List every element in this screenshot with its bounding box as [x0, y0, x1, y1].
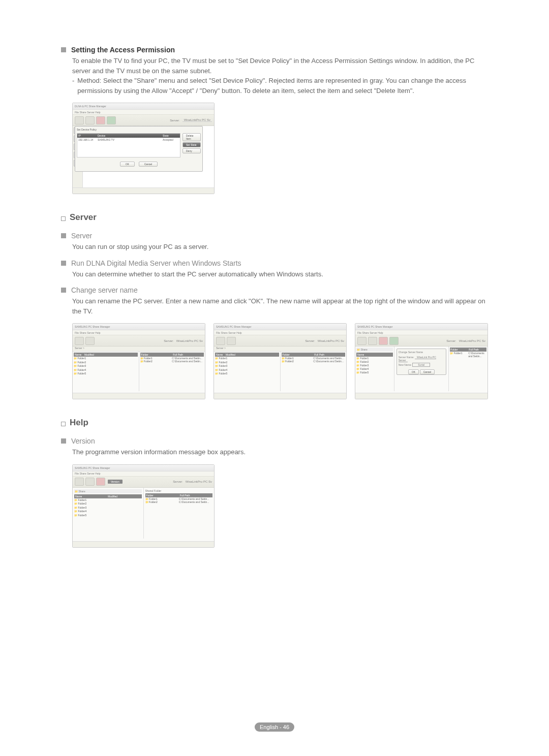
screenshot-access-permission: DLNA & PC Share Manager File Share Serve… [72, 103, 215, 194]
bullet-icon [61, 233, 66, 238]
help-item1-text: The programme version information messag… [72, 447, 488, 457]
folder-list: 📁 Folder1📁 Folder2📁 Folder3📁 Folder4📁 Fo… [74, 498, 142, 518]
server-item1-title: Server [71, 232, 92, 240]
server-item2-text: You can determine whether to start the P… [72, 269, 488, 279]
folder-list: 📁 Folder1📁 Folder2📁 Folder3📁 Folder4📁 Fo… [215, 357, 279, 376]
cell-ip: 192.168.1.14 [77, 138, 97, 142]
set-state-button[interactable]: Set State [182, 142, 201, 147]
screenshot-help: SAMSUNG PC Share Manager File Share Serv… [72, 464, 215, 548]
window-toolbar: Version Server: WiseLinkPro PC Sv [73, 477, 214, 488]
folder-icon [75, 337, 84, 345]
deny-button[interactable]: Deny [182, 148, 201, 153]
folder-icon [357, 337, 367, 345]
dialog-title: Set Device Policy [77, 128, 201, 131]
cancel-button[interactable]: Cancel [420, 369, 435, 374]
screenshot-server-1: SAMSUNG PC Share Manager File Share Serv… [72, 323, 205, 399]
sync-icon [107, 116, 116, 124]
status-bar [214, 393, 346, 399]
unshare-icon [85, 478, 95, 486]
status-bar [73, 187, 214, 194]
server-item3-text: You can rename the PC server. Enter a ne… [72, 296, 488, 316]
col-state: State [162, 134, 180, 138]
version-menu: Version [108, 480, 123, 484]
dash-icon: - [72, 76, 74, 86]
main-area: Set Device Policy IP Device State 192.16… [83, 126, 214, 187]
folder-icon [75, 116, 84, 124]
change-name-dialog: Change Server Name Server Name: WiseLink… [396, 349, 447, 375]
refresh-icon [379, 337, 388, 345]
window-menubar: File Share Server Help [73, 471, 214, 477]
server-heading: Server [70, 212, 97, 223]
help-item1-title: Version [71, 437, 95, 445]
window-titlebar: SAMSUNG PC Share Manager [355, 324, 487, 330]
access-p2: Method: Select the "Share" menu and sele… [77, 76, 488, 96]
ok-button[interactable]: OK [120, 162, 135, 167]
refresh-icon [96, 478, 105, 486]
help-heading: Help [70, 418, 88, 428]
refresh-icon [96, 116, 105, 124]
delete-item-button[interactable]: Delete Item [182, 133, 201, 141]
unshare-icon [85, 337, 95, 345]
col-device: Device [97, 134, 162, 138]
outline-box-icon [61, 422, 66, 426]
window-menubar: File Share Server Help [73, 330, 205, 335]
server-item1-text: You can run or stop using your PC as a s… [72, 242, 488, 252]
status-bar [73, 541, 214, 547]
window-titlebar: SAMSUNG PC Share Manager [73, 324, 205, 330]
bullet-icon [61, 47, 66, 52]
device-policy-dialog: Set Device Policy IP Device State 192.16… [75, 126, 203, 172]
window-menubar: File Share Server Help [73, 110, 214, 115]
access-title: Setting the Access Permission [71, 46, 175, 54]
bullet-icon [61, 288, 66, 293]
window-menubar: File Share Server Help [214, 330, 346, 335]
window-menubar: File Share Server Help [355, 330, 487, 335]
access-p1: To enable the TV to find your PC, the TV… [72, 56, 488, 76]
cell-state: Accepted [162, 138, 180, 142]
folder-icon [216, 337, 225, 345]
status-bar [355, 393, 487, 399]
window-toolbar: Server: WiseLinkPro PC Sv [73, 115, 214, 126]
unshare-icon [227, 337, 236, 345]
col-ip: IP [77, 134, 97, 138]
cell-device: SAMSUNG TV [97, 138, 162, 142]
folder-list: 📁 Folder1📁 Folder2📁 Folder3📁 Folder4📁 Fo… [74, 357, 138, 376]
ok-button[interactable]: OK [408, 369, 419, 374]
status-bar [73, 393, 205, 399]
window-toolbar: Server: WiseLinkPro PC Sv [214, 335, 346, 346]
unshare-icon [85, 116, 95, 124]
server-item3-title: Change server name [71, 286, 138, 294]
unshare-icon [368, 337, 377, 345]
page-number: English - 46 [255, 722, 294, 732]
screenshot-server-3: SAMSUNG PC Share Manager File Share Serv… [355, 323, 488, 399]
server-name: WiseLinkPro PC Sv [176, 339, 203, 342]
screenshot-server-2: SAMSUNG PC Share Manager File Share Serv… [214, 323, 347, 399]
server-label: Server: [164, 339, 173, 342]
window-titlebar: SAMSUNG PC Share Manager [214, 324, 346, 330]
bullet-icon [61, 438, 66, 444]
server-name: WiseLinkPro PC Sv [182, 118, 212, 122]
window-titlebar: SAMSUNG PC Share Manager [73, 465, 214, 471]
folder-icon [75, 478, 84, 486]
outline-box-icon [61, 216, 66, 221]
folder-list: 📁 Folder1📁 Folder2📁 Folder3📁 Folder4📁 Fo… [356, 357, 393, 374]
bullet-icon [61, 261, 66, 266]
server-label: Server: [170, 119, 179, 122]
window-titlebar: DLNA & PC Share Manager [73, 103, 214, 110]
dialog-label: Change Server Name [399, 351, 445, 354]
sync-icon [389, 337, 399, 345]
window-toolbar: Server: WiseLinkPro PC Sv [73, 335, 205, 346]
window-toolbar: Server: WiseLinkPro PC Sv [355, 335, 487, 346]
server-item2-title: Run DLNA Digital Media Server when Windo… [71, 259, 241, 267]
cancel-button[interactable]: Cancel [139, 162, 158, 167]
